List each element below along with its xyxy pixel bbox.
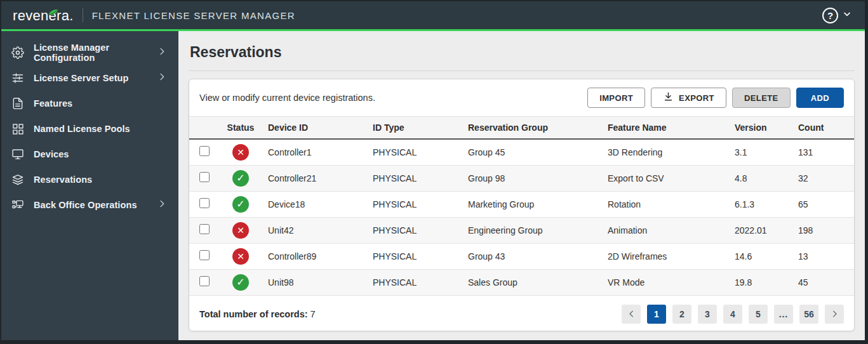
logo-divider [83, 8, 83, 22]
add-button[interactable]: ADD [796, 88, 844, 108]
sidebar-item-reservations[interactable]: Reservations [1, 167, 178, 192]
layers-icon [11, 173, 24, 186]
pagination-ellipsis: … [774, 305, 793, 324]
column-header-count: Count [793, 117, 854, 140]
sidebar-item-features[interactable]: Features [1, 91, 178, 116]
count-cell: 65 [793, 191, 854, 217]
sidebar-item-devices[interactable]: Devices [1, 142, 178, 167]
column-header-feature-name: Feature Name [603, 117, 730, 140]
column-header-version: Version [730, 117, 793, 140]
leaf-icon [48, 3, 58, 20]
version-cell: 2022.01 [730, 217, 793, 243]
version-cell: 3.1 [730, 139, 793, 165]
pagination-page-button[interactable]: 2 [672, 305, 691, 324]
column-header-id-type: ID Type [368, 117, 463, 140]
chevron-right-icon [157, 46, 167, 59]
id-type-cell: PHYSICAL [368, 217, 463, 243]
row-checkbox[interactable] [199, 172, 210, 182]
column-header-reservation-group: Reservation Group [463, 117, 603, 140]
device-id-cell: Unit42 [263, 217, 368, 243]
import-button[interactable]: IMPORT [587, 88, 645, 108]
sidebar-item-back-office-operations[interactable]: Back Office Operations [1, 192, 178, 218]
pagination-next-button[interactable] [825, 305, 844, 324]
status-icon [232, 170, 249, 187]
pagination-page-button[interactable]: 5 [749, 305, 768, 324]
sidebar-item-label: Features [34, 98, 167, 109]
help-icon[interactable] [822, 8, 838, 23]
status-icon [232, 274, 249, 291]
feature-name-cell: Animation [603, 217, 730, 243]
sidebar-item-license-server-setup[interactable]: License Server Setup [1, 65, 178, 91]
page-title: Reservations [189, 39, 855, 71]
device-id-cell: Unit98 [263, 269, 368, 295]
sidebar-item-label: Devices [34, 149, 167, 159]
count-cell: 32 [793, 165, 854, 191]
device-id-cell: Controller21 [263, 165, 368, 191]
select-column-header [189, 117, 218, 140]
sidebar-item-label: License Manager Configuration [34, 43, 157, 63]
row-checkbox[interactable] [199, 146, 210, 156]
revenera-logo: revenera. [13, 6, 74, 24]
grid-icon [11, 122, 24, 135]
id-type-cell: PHYSICAL [368, 165, 463, 191]
row-checkbox[interactable] [199, 276, 210, 286]
pagination-prev-button[interactable] [622, 305, 641, 324]
row-checkbox[interactable] [199, 224, 210, 234]
network-icon [11, 199, 24, 211]
id-type-cell: PHYSICAL [368, 243, 463, 269]
chevron-right-icon [157, 199, 167, 211]
reservations-table: Status Device ID ID Type Reservation Gro… [189, 116, 854, 296]
sidebar-item-label: Reservations [34, 175, 167, 185]
delete-button[interactable]: DELETE [732, 88, 791, 108]
page-description: View or modify current device registrati… [199, 93, 587, 103]
device-id-cell: Device18 [263, 191, 368, 217]
pagination-page-button[interactable]: 3 [698, 305, 717, 324]
sidebar-item-label: Named License Pools [34, 124, 167, 134]
monitor-icon [11, 148, 24, 161]
device-id-cell: Controller89 [263, 243, 368, 269]
sidebar-item-named-license-pools[interactable]: Named License Pools [1, 116, 178, 142]
row-checkbox[interactable] [199, 250, 210, 260]
feature-name-cell: 2D Wireframes [603, 243, 730, 269]
reservations-card: View or modify current device registrati… [189, 79, 855, 331]
status-icon [232, 248, 249, 265]
download-icon [663, 91, 674, 104]
sidebar: License Manager Configuration License Se… [1, 31, 178, 340]
count-cell: 198 [793, 217, 854, 243]
count-cell: 45 [793, 269, 854, 295]
id-type-cell: PHYSICAL [368, 191, 463, 217]
row-checkbox[interactable] [199, 198, 210, 208]
pagination-page-button[interactable]: 1 [647, 305, 666, 324]
table-row: Device18 PHYSICAL Marketing Group Rotati… [189, 191, 854, 217]
status-icon [232, 196, 249, 213]
logo-group: revenera. FLEXNET LICENSE SERVER MANAGER [13, 6, 295, 24]
count-cell: 13 [793, 243, 854, 269]
table-row: Controller21 PHYSICAL Group 98 Export to… [189, 165, 854, 191]
version-cell: 14.6 [730, 243, 793, 269]
sliders-icon [11, 72, 24, 84]
reservation-group-cell: Group 43 [463, 243, 603, 269]
total-records-value: 7 [310, 309, 316, 319]
table-header-row: Status Device ID ID Type Reservation Gro… [189, 117, 854, 140]
export-button[interactable]: EXPORT [651, 88, 726, 108]
chevron-down-icon[interactable] [842, 9, 852, 22]
gear-icon [11, 46, 24, 59]
main-content: Reservations View or modify current devi… [178, 31, 865, 340]
reservation-group-cell: Sales Group [463, 269, 603, 295]
feature-name-cell: VR Mode [603, 269, 730, 295]
status-icon [232, 222, 249, 239]
sidebar-item-license-manager-configuration[interactable]: License Manager Configuration [1, 40, 178, 65]
table-row: Controller89 PHYSICAL Group 43 2D Wirefr… [189, 243, 854, 269]
pagination-page-button[interactable]: 4 [723, 305, 742, 324]
document-icon [11, 97, 24, 110]
pagination-page-button[interactable]: 56 [799, 305, 818, 324]
card-footer: Total number of records: 7 1 2 3 4 5 … 5… [189, 296, 854, 332]
pagination: 1 2 3 4 5 … 56 [622, 305, 844, 324]
logo-text: revenera. [13, 8, 74, 23]
table-row: Unit42 PHYSICAL Engineering Group Animat… [189, 217, 854, 243]
column-header-device-id: Device ID [263, 117, 368, 140]
topbar-right [822, 8, 852, 23]
feature-name-cell: 3D Rendering [603, 139, 730, 165]
id-type-cell: PHYSICAL [368, 139, 463, 165]
app-window: revenera. FLEXNET LICENSE SERVER MANAGER [0, 0, 868, 344]
